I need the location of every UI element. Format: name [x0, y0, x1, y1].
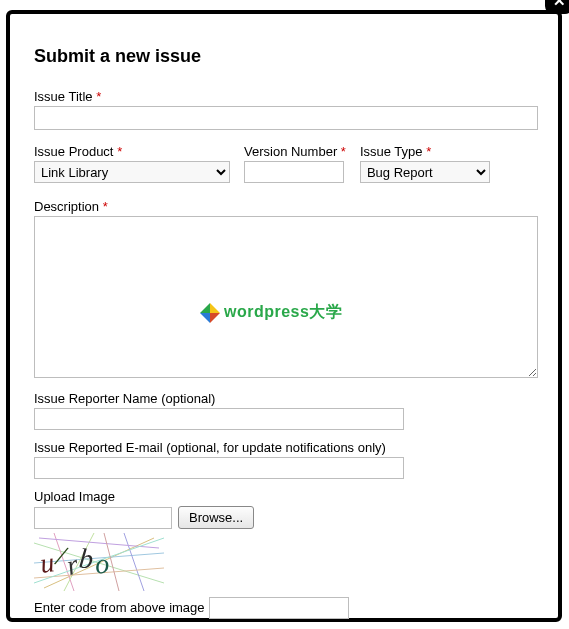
description-textarea[interactable] [34, 216, 538, 378]
upload-image-label: Upload Image [34, 489, 534, 504]
issue-type-label: Issue Type * [360, 144, 490, 159]
browse-button[interactable]: Browse... [178, 506, 254, 529]
file-path-display [34, 507, 172, 529]
issue-title-input[interactable] [34, 106, 538, 130]
captcha-code-input[interactable] [209, 597, 349, 619]
description-label: Description * [34, 199, 534, 214]
reporter-email-input[interactable] [34, 457, 404, 479]
issue-type-select[interactable]: Bug Report [360, 161, 490, 183]
page-title: Submit a new issue [34, 46, 534, 67]
issue-product-label: Issue Product * [34, 144, 230, 159]
version-number-input[interactable] [244, 161, 344, 183]
reporter-name-input[interactable] [34, 408, 404, 430]
submit-issue-modal: Submit a new issue Issue Title * Issue P… [6, 10, 562, 622]
issue-title-label: Issue Title * [34, 89, 534, 104]
enter-code-label: Enter code from above image [34, 600, 205, 615]
reporter-email-label: Issue Reported E-mail (optional, for upd… [34, 440, 534, 455]
reporter-name-label: Issue Reporter Name (optional) [34, 391, 534, 406]
issue-product-select[interactable]: Link Library [34, 161, 230, 183]
captcha-image: u/rbo [34, 533, 164, 591]
svg-line-5 [124, 533, 144, 591]
version-number-label: Version Number * [244, 144, 346, 159]
